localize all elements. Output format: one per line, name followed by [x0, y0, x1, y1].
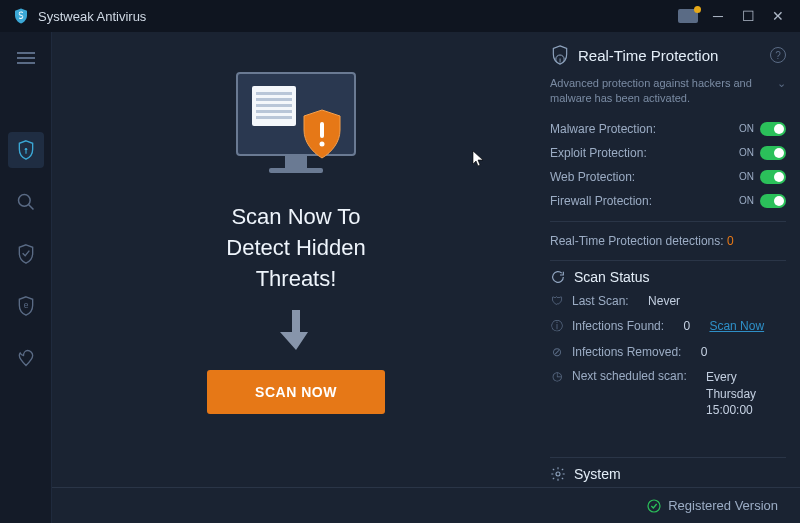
svg-rect-1 — [25, 150, 26, 153]
gear-icon — [550, 466, 566, 482]
svg-rect-4 — [320, 122, 324, 138]
sidebar: e — [0, 32, 52, 523]
refresh-icon — [550, 269, 566, 285]
close-button[interactable]: ✕ — [764, 2, 792, 30]
hamburger-menu-icon[interactable] — [8, 40, 44, 76]
web-toggle[interactable] — [760, 170, 786, 184]
last-scan-row: 🛡 Last Scan: Never — [550, 289, 786, 313]
info-icon: ⓘ — [550, 318, 564, 335]
sidebar-item-privacy[interactable]: e — [8, 288, 44, 324]
minimize-button[interactable]: ─ — [704, 2, 732, 30]
scan-now-link[interactable]: Scan Now — [709, 319, 764, 333]
rtp-title: Real-Time Protection — [578, 47, 762, 64]
arrow-down-icon — [280, 310, 312, 350]
help-icon[interactable]: ? — [770, 47, 786, 63]
rtp-detections: Real-Time Protection detections: 0 — [550, 230, 786, 252]
maximize-button[interactable]: ☐ — [734, 2, 762, 30]
svg-point-5 — [320, 142, 325, 147]
svg-point-8 — [556, 472, 560, 476]
toggle-row-web: Web Protection: ON — [550, 165, 786, 189]
right-panel: i Real-Time Protection ? Advanced protec… — [540, 32, 800, 523]
sidebar-item-home[interactable] — [8, 132, 44, 168]
svg-point-2 — [18, 195, 30, 207]
scan-headline: Scan Now To Detect Hidden Threats! — [226, 202, 365, 294]
sidebar-item-boost[interactable] — [8, 340, 44, 376]
svg-point-0 — [24, 148, 27, 151]
scan-status-title: Scan Status — [574, 269, 786, 285]
app-title: Systweak Antivirus — [38, 9, 678, 24]
titlebar: Systweak Antivirus ─ ☐ ✕ — [0, 0, 800, 32]
infections-removed-row: ⊘ Infections Removed: 0 — [550, 340, 786, 364]
check-icon: ⊘ — [550, 345, 564, 359]
malware-toggle[interactable] — [760, 122, 786, 136]
sidebar-item-protection[interactable] — [8, 236, 44, 272]
shield-small-icon: 🛡 — [550, 294, 564, 308]
check-circle-icon — [646, 498, 662, 514]
system-title: System — [574, 466, 786, 482]
monitor-illustration — [226, 72, 366, 182]
firewall-toggle[interactable] — [760, 194, 786, 208]
infections-found-row: ⓘ Infections Found: 0 Scan Now — [550, 313, 786, 340]
scan-now-button[interactable]: SCAN NOW — [207, 370, 385, 414]
chevron-down-icon[interactable]: ⌄ — [777, 76, 786, 107]
exploit-toggle[interactable] — [760, 146, 786, 160]
toggle-row-malware: Malware Protection: ON — [550, 117, 786, 141]
footer: Registered Version — [52, 487, 800, 523]
registered-status: Registered Version — [646, 498, 778, 514]
rtp-subtitle: Advanced protection against hackers and … — [550, 76, 786, 107]
svg-point-9 — [648, 500, 660, 512]
shield-info-icon: i — [550, 44, 570, 66]
app-logo-icon — [12, 7, 30, 25]
svg-text:e: e — [23, 301, 28, 311]
sidebar-item-scan[interactable] — [8, 184, 44, 220]
toggle-row-exploit: Exploit Protection: ON — [550, 141, 786, 165]
main-panel: Scan Now To Detect Hidden Threats! SCAN … — [52, 32, 540, 523]
notification-icon[interactable] — [678, 9, 698, 23]
next-scan-row: ◷ Next scheduled scan: Every Thursday 15… — [550, 364, 786, 424]
toggle-row-firewall: Firewall Protection: ON — [550, 189, 786, 213]
clock-icon: ◷ — [550, 369, 564, 383]
shield-warning-icon — [300, 108, 344, 160]
